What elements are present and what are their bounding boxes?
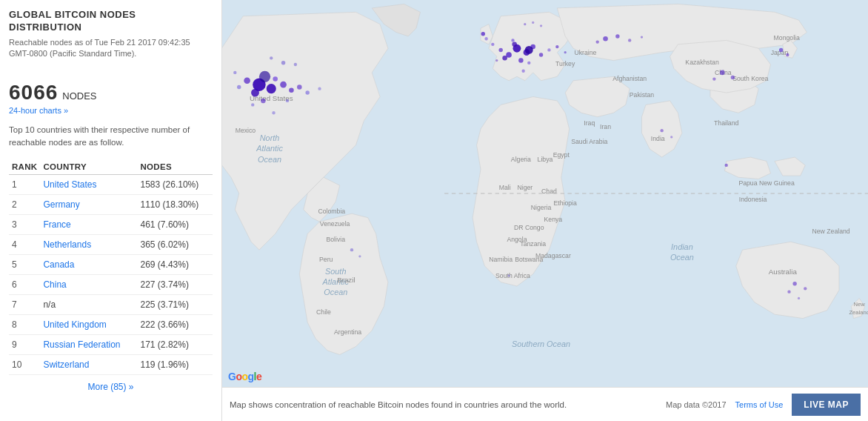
svg-point-81 [491, 43, 494, 46]
svg-text:Mali: Mali [499, 184, 511, 191]
map-footer-text: Map shows concentration of reachable Bit… [230, 400, 666, 409]
world-map: North Atlantic Ocean South Atlantic Ocea… [222, 0, 868, 387]
svg-point-96 [731, 76, 735, 79]
svg-point-78 [539, 53, 543, 56]
col-header-country: COUNTRY [40, 159, 137, 175]
svg-text:Zealand: Zealand [849, 309, 868, 316]
svg-point-111 [564, 51, 567, 53]
nodes-count: 6066 [9, 81, 58, 105]
svg-point-112 [495, 59, 498, 62]
svg-point-85 [481, 32, 485, 36]
svg-point-64 [305, 90, 309, 94]
svg-point-104 [350, 248, 353, 251]
table-cell-nodes: 1583 (26.10%) [138, 175, 213, 195]
svg-point-70 [272, 111, 275, 114]
table-cell-country[interactable]: Switzerland [40, 355, 137, 375]
table-container: RANK COUNTRY NODES 1United States1583 (2… [9, 159, 213, 375]
svg-point-67 [286, 99, 289, 102]
country-link[interactable]: Germany [43, 199, 79, 210]
table-row: 9Russian Federation171 (2.82%) [9, 335, 213, 355]
svg-point-63 [261, 99, 266, 104]
svg-text:Venezuela: Venezuela [320, 220, 350, 228]
svg-point-110 [555, 45, 558, 48]
country-link[interactable]: United States [43, 179, 96, 190]
svg-point-117 [540, 24, 542, 27]
more-link[interactable]: More (85) » [87, 382, 133, 392]
svg-text:Colombia: Colombia [318, 208, 345, 215]
svg-point-80 [527, 62, 530, 64]
svg-point-82 [547, 48, 550, 51]
svg-point-107 [661, 129, 664, 132]
svg-point-59 [289, 88, 294, 93]
svg-point-115 [524, 23, 526, 25]
live-map-button[interactable]: LIVE MAP [792, 394, 861, 416]
svg-text:Pakistan: Pakistan [630, 91, 654, 99]
svg-point-77 [498, 48, 502, 52]
table-row: 1United States1583 (26.10%) [9, 175, 213, 195]
country-link[interactable]: United Kingdom [43, 319, 106, 330]
table-cell-country[interactable]: Canada [40, 255, 137, 275]
svg-point-84 [521, 70, 524, 73]
more-link-row: More (85) » [9, 381, 213, 392]
country-link[interactable]: Russian Federation [43, 339, 120, 350]
svg-text:Southern Ocean: Southern Ocean [512, 339, 570, 348]
country-link[interactable]: China [43, 279, 66, 290]
svg-point-93 [628, 39, 631, 42]
svg-text:Mongolia: Mongolia [774, 34, 800, 42]
svg-text:Mexico: Mexico [236, 127, 256, 134]
table-row: 3France461 (7.60%) [9, 215, 213, 235]
svg-text:Ethiopia: Ethiopia [553, 199, 577, 207]
svg-point-65 [237, 85, 241, 89]
table-cell-rank: 10 [9, 355, 40, 375]
svg-text:Argentina: Argentina [334, 328, 361, 336]
table-cell-country[interactable]: United States [40, 175, 137, 195]
svg-point-87 [281, 61, 285, 64]
country-link[interactable]: Canada [43, 259, 74, 270]
svg-point-97 [712, 77, 715, 80]
svg-point-101 [804, 287, 807, 290]
charts-link[interactable]: 24-hour charts » [9, 106, 213, 115]
svg-text:Namibia: Namibia [489, 256, 513, 263]
svg-point-98 [779, 48, 783, 52]
svg-point-92 [596, 40, 599, 43]
svg-text:DR Congo: DR Congo [514, 224, 544, 231]
svg-text:Ocean: Ocean [258, 155, 281, 164]
table-cell-country[interactable]: Netherlands [40, 235, 137, 255]
country-link[interactable]: Netherlands [43, 239, 91, 250]
svg-point-86 [525, 46, 533, 54]
svg-text:India: India [651, 135, 665, 142]
sidebar: GLOBAL BITCOIN NODESDISTRIBUTION Reachab… [0, 0, 222, 421]
col-header-nodes: NODES [138, 159, 213, 175]
svg-point-66 [251, 103, 254, 106]
table-cell-country[interactable]: France [40, 215, 137, 235]
table-cell-country[interactable]: Russian Federation [40, 335, 137, 355]
svg-text:Iraq: Iraq [584, 119, 595, 127]
svg-point-106 [507, 274, 510, 276]
svg-text:Madagascar: Madagascar [535, 252, 571, 259]
svg-text:Nigeria: Nigeria [531, 204, 552, 211]
country-link[interactable]: Switzerland [43, 359, 89, 370]
svg-point-62 [297, 84, 302, 90]
table-cell-nodes: 171 (2.82%) [138, 335, 213, 355]
svg-text:Ocean: Ocean [324, 288, 347, 296]
svg-point-88 [270, 56, 273, 59]
map-container: North Atlantic Ocean South Atlantic Ocea… [222, 0, 868, 421]
table-row: 8United Kingdom222 (3.66%) [9, 315, 213, 335]
countries-table: RANK COUNTRY NODES 1United States1583 (2… [9, 159, 213, 375]
svg-text:Egypt: Egypt [553, 151, 570, 159]
svg-point-114 [502, 56, 507, 61]
svg-text:Indonesia: Indonesia [739, 196, 767, 203]
country-link[interactable]: France [43, 219, 70, 230]
svg-point-61 [273, 76, 278, 82]
svg-text:Kenya: Kenya [544, 216, 563, 223]
svg-text:New Zealand: New Zealand [812, 228, 849, 235]
table-cell-country[interactable]: United Kingdom [40, 315, 137, 335]
table-cell-country[interactable]: China [40, 275, 137, 295]
svg-text:Niger: Niger [517, 184, 533, 191]
map-area: North Atlantic Ocean South Atlantic Ocea… [222, 0, 868, 387]
table-cell-country[interactable]: Germany [40, 195, 137, 215]
svg-point-57 [251, 89, 259, 97]
terms-link[interactable]: Terms of Use [735, 400, 784, 409]
table-cell-rank: 2 [9, 195, 40, 215]
svg-point-95 [720, 70, 725, 76]
